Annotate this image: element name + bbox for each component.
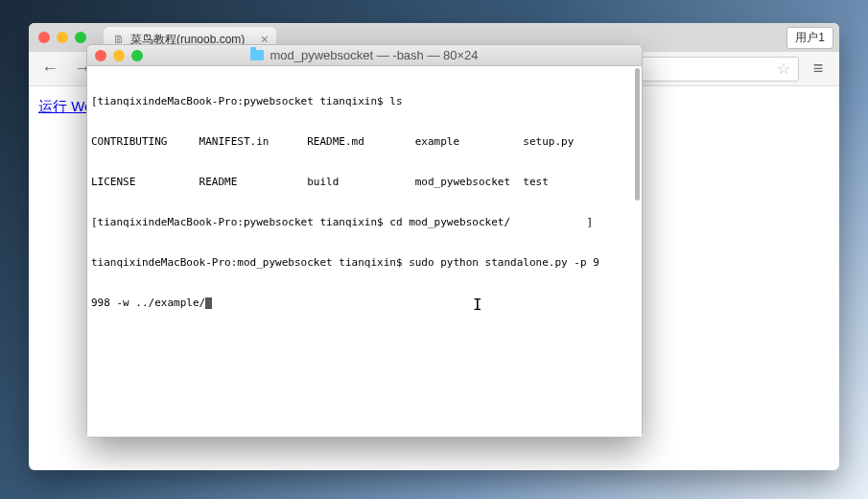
terminal-title-text: mod_pywebsocket — -bash — 80×24 — [270, 48, 478, 62]
terminal-line: CONTRIBUTING MANIFEST.in README.md examp… — [91, 135, 638, 149]
terminal-line: [tianqixindeMacBook-Pro:pywebsocket tian… — [91, 216, 638, 229]
minimize-window-icon[interactable] — [57, 32, 68, 43]
menu-button[interactable]: ≡ — [805, 59, 832, 79]
terminal-line: tianqixindeMacBook-Pro:mod_pywebsocket t… — [91, 256, 638, 270]
terminal-title: mod_pywebsocket — -bash — 80×24 — [87, 48, 642, 62]
browser-traffic-lights[interactable] — [38, 32, 86, 43]
zoom-icon[interactable] — [131, 50, 143, 61]
maximize-window-icon[interactable] — [75, 32, 86, 43]
page-link[interactable]: 运行 We — [38, 98, 92, 114]
back-button[interactable]: ← — [36, 57, 63, 82]
terminal-line: 998 -w ../example/ — [91, 297, 638, 310]
terminal-scrollbar[interactable] — [635, 68, 640, 201]
terminal-traffic-lights[interactable] — [95, 50, 143, 61]
minimize-icon[interactable] — [113, 50, 125, 61]
terminal-body[interactable]: [tianqixindeMacBook-Pro:pywebsocket tian… — [87, 66, 642, 437]
terminal-line: LICENSE README build mod_pywebsocket tes… — [91, 176, 638, 189]
terminal-line: [tianqixindeMacBook-Pro:pywebsocket tian… — [91, 95, 638, 108]
text-caret-icon: I — [473, 298, 482, 312]
close-icon[interactable] — [95, 50, 106, 61]
bookmark-star-icon[interactable]: ☆ — [777, 59, 790, 78]
terminal-titlebar[interactable]: mod_pywebsocket — -bash — 80×24 — [87, 45, 642, 66]
close-window-icon[interactable] — [38, 32, 50, 43]
terminal-cursor — [205, 297, 212, 309]
user-badge[interactable]: 用户1 — [786, 27, 833, 49]
folder-icon — [250, 50, 264, 60]
terminal-window[interactable]: mod_pywebsocket — -bash — 80×24 [tianqix… — [86, 44, 643, 438]
